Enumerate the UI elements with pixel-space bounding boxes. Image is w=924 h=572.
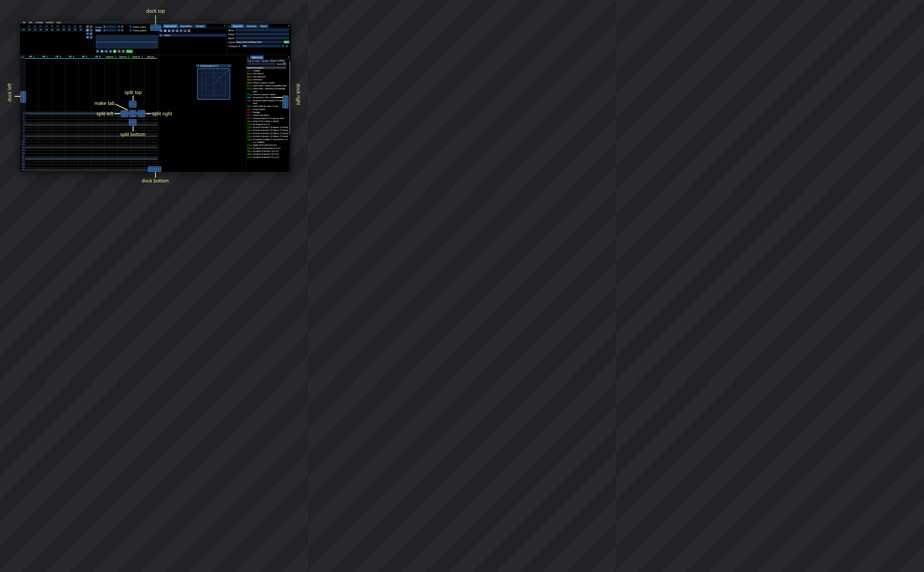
pattern-cell[interactable]: [131, 146, 144, 149]
pattern-cell[interactable]: [144, 118, 157, 120]
pattern-cell[interactable]: [104, 149, 118, 152]
pattern-cell[interactable]: [91, 123, 104, 126]
menu-help[interactable]: help: [57, 21, 61, 23]
step-plus-button[interactable]: +: [121, 29, 123, 31]
pattern-cell[interactable]: [104, 120, 118, 123]
follow-orders-checkbox[interactable]: ✓: [129, 25, 132, 28]
pattern-cell[interactable]: [144, 140, 157, 143]
menu-file[interactable]: file: [23, 21, 25, 23]
pattern-cell[interactable]: [78, 140, 91, 143]
effect-row[interactable]: 14xxSet level of operator 3 (0 highest, …: [247, 132, 289, 135]
menu-window[interactable]: window: [46, 21, 54, 23]
pattern-cell[interactable]: [51, 143, 65, 146]
effect-row[interactable]: 17xxToggle PCM mode (LEGACY): [247, 144, 289, 146]
pattern-cell[interactable]: [38, 112, 51, 115]
pattern-cell[interactable]: [91, 146, 104, 149]
pattern-cell[interactable]: [131, 140, 144, 143]
pattern-cell[interactable]: [38, 154, 51, 157]
effect-row[interactable]: 03xxPortamento: [247, 78, 289, 81]
song-author-input[interactable]: [235, 33, 289, 36]
pattern-cell[interactable]: [65, 132, 78, 135]
tab-speed[interactable]: Speed: [259, 24, 269, 28]
effect-row[interactable]: 11xxSet feedback (0 to 7): [247, 123, 289, 126]
octave-input[interactable]: 3: [103, 25, 117, 28]
step-input[interactable]: 1: [103, 29, 117, 31]
pattern-cell[interactable]: [131, 171, 144, 172]
pattern-row[interactable]: 6: [20, 129, 157, 132]
pattern-cell[interactable]: [38, 168, 51, 171]
pattern-cell[interactable]: [25, 115, 38, 118]
pattern-cell[interactable]: [38, 143, 51, 146]
orders-duplicate-button[interactable]: [86, 29, 89, 32]
pattern-row[interactable]: 3: [20, 120, 157, 123]
instrument-delete-button[interactable]: [187, 29, 191, 33]
pattern-cell[interactable]: [51, 166, 65, 169]
pattern-cell[interactable]: [38, 160, 51, 163]
pattern-cell[interactable]: [38, 152, 51, 154]
pattern-cell[interactable]: [51, 132, 65, 135]
instrument-duplicate-button[interactable]: [164, 29, 167, 33]
orders-cell-N0[interactable]: 00: [78, 28, 84, 31]
pattern-cell[interactable]: [25, 152, 38, 154]
pattern-cell[interactable]: [118, 168, 131, 171]
channel-header-fm-5[interactable]: FM 5: [78, 55, 91, 59]
pattern-cell[interactable]: [118, 143, 131, 146]
pattern-cell[interactable]: [65, 166, 78, 169]
menu-edit[interactable]: edit: [29, 21, 32, 23]
piano-input-widget[interactable]: [96, 35, 157, 48]
effect-row[interactable]: 15xxSet level of operator 4 (0 highest, …: [247, 135, 289, 138]
orders-cell-S2[interactable]: 00: [67, 28, 72, 31]
pattern-cell[interactable]: [91, 168, 104, 171]
effect-row[interactable]: 0CxxRetrigger: [247, 111, 289, 114]
pattern-cell[interactable]: [25, 137, 38, 140]
pattern-cell[interactable]: [78, 157, 91, 160]
effect-row[interactable]: 0DxxJump to next pattern: [247, 114, 289, 117]
effect-scrollbar-thumb[interactable]: [289, 61, 290, 134]
orders-col-N0[interactable]: N0: [78, 25, 84, 28]
pattern-cell[interactable]: [144, 157, 157, 160]
pattern-cell[interactable]: [144, 149, 157, 152]
orders-add-button[interactable]: [86, 25, 89, 28]
pattern-cell[interactable]: [131, 166, 144, 169]
pattern-cell[interactable]: [51, 118, 65, 120]
pattern-row[interactable]: 21: [20, 171, 157, 172]
pattern-cell[interactable]: [38, 149, 51, 152]
orders-cell-F4[interactable]: 00: [44, 28, 49, 31]
pattern-cell[interactable]: [131, 154, 144, 157]
pattern-cell[interactable]: [131, 137, 144, 140]
metronome-button[interactable]: [117, 50, 121, 53]
pattern-cell[interactable]: [65, 143, 78, 146]
pattern-cell[interactable]: [51, 146, 65, 149]
pattern-cell[interactable]: [104, 132, 118, 135]
pattern-cell[interactable]: [104, 140, 118, 143]
pattern-cell[interactable]: [65, 157, 78, 160]
pattern-row[interactable]: 20: [20, 168, 157, 171]
pattern-cell[interactable]: [65, 112, 78, 115]
pattern-cell[interactable]: [65, 115, 78, 118]
make-tab-target[interactable]: [129, 110, 136, 117]
pattern-cell[interactable]: [25, 143, 38, 146]
pattern-cell[interactable]: [38, 135, 51, 138]
pattern-cell[interactable]: [38, 146, 51, 149]
pattern-cell[interactable]: [144, 143, 157, 146]
pattern-row[interactable]: 16: [20, 157, 157, 160]
orders-cell-F6[interactable]: 00: [55, 28, 61, 31]
pattern-cell[interactable]: [118, 152, 131, 154]
orders-col-S2[interactable]: S2: [66, 25, 72, 28]
pattern-cell[interactable]: [91, 154, 104, 157]
effect-row[interactable]: 1CxxSet attack of operator 3 (0 to 1F): [247, 156, 289, 159]
orders-edit-mode-button[interactable]: [90, 36, 93, 39]
effect-list-menu-button[interactable]: ≡: [283, 62, 287, 65]
orders-col-F6[interactable]: F6: [55, 25, 61, 28]
pattern-cell[interactable]: [118, 140, 131, 143]
tab-song-info[interactable]: Song Info: [231, 24, 244, 28]
pattern-cell[interactable]: [91, 143, 104, 146]
split-target-left[interactable]: [121, 110, 128, 117]
effect-row[interactable]: 19xxSet attack of all operators (0 to 1F…: [247, 147, 289, 150]
pattern-row[interactable]: 5: [20, 126, 157, 129]
split-target-top[interactable]: [129, 101, 136, 107]
pattern-cell[interactable]: [144, 146, 157, 149]
pattern-cell[interactable]: [51, 149, 65, 152]
effect-row[interactable]: 16xySet operator multiplier (x: operator…: [247, 138, 289, 144]
pattern-cell[interactable]: [78, 168, 91, 171]
